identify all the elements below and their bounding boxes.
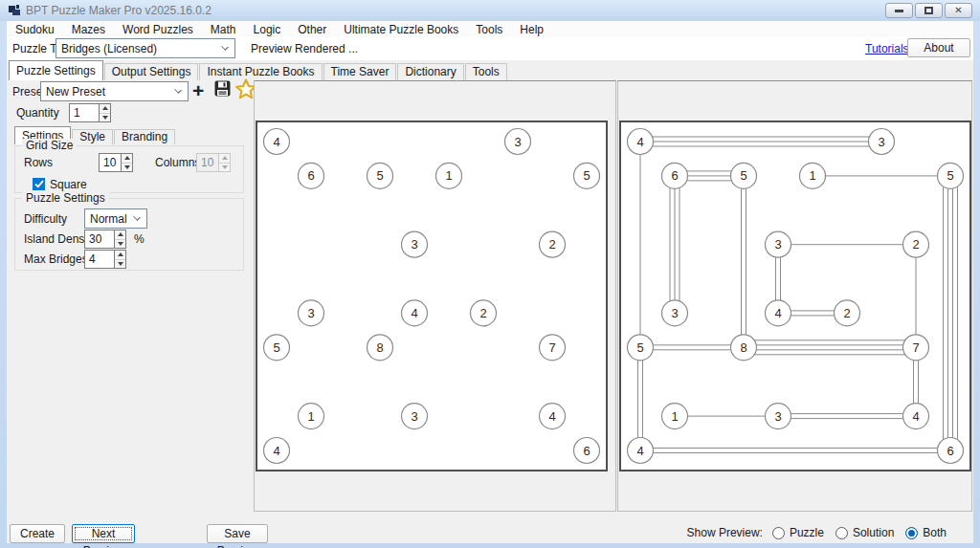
- island-number: 3: [411, 237, 417, 252]
- island-number: 3: [514, 135, 521, 149]
- tab-time-saver[interactable]: Time Saver: [323, 63, 397, 80]
- about-button[interactable]: About: [907, 38, 970, 57]
- settings-sidebar: Preset New Preset + Quantity: [7, 80, 254, 516]
- rows-stepper[interactable]: 10: [99, 153, 133, 172]
- tab-output-settings[interactable]: Output Settings: [104, 63, 199, 80]
- radio-icon[interactable]: [772, 527, 785, 539]
- minimize-button[interactable]: [885, 3, 913, 18]
- menu-item-math[interactable]: Math: [202, 21, 245, 37]
- puzzle-type-value: Bridges (Licensed): [61, 42, 157, 55]
- radio-icon[interactable]: [905, 527, 918, 539]
- chevron-down-icon: [133, 213, 141, 221]
- island-density-up-button[interactable]: [115, 230, 125, 240]
- close-button[interactable]: ✕: [945, 3, 972, 18]
- maximize-button[interactable]: [915, 3, 943, 18]
- island-density-down-button[interactable]: [115, 240, 125, 249]
- radio-label: Solution: [853, 526, 894, 539]
- arrow-up-icon: [124, 156, 130, 160]
- island-number: 5: [740, 168, 746, 183]
- quantity-value[interactable]: 1: [69, 103, 99, 122]
- island-number: 4: [273, 444, 279, 458]
- puzzle-preview: 4365153234258713446: [257, 122, 606, 470]
- save-preview-button[interactable]: Save Preview: [207, 524, 268, 543]
- island-density-stepper[interactable]: 30: [84, 230, 126, 249]
- difficulty-label: Difficulty: [24, 212, 67, 226]
- create-button[interactable]: Create: [10, 524, 65, 543]
- menu-item-other[interactable]: Other: [289, 21, 335, 37]
- arrow-down-icon: [102, 116, 108, 120]
- arrow-up-icon: [102, 106, 108, 110]
- show-preview-option-both[interactable]: Both: [905, 526, 947, 539]
- arrow-up-icon: [118, 232, 123, 236]
- arrow-down-icon: [222, 165, 228, 169]
- menu-item-tools[interactable]: Tools: [467, 21, 511, 37]
- percent-label: %: [134, 232, 145, 246]
- tab-instant-puzzle-books[interactable]: Instant Puzzle Books: [199, 63, 322, 80]
- tab-tools[interactable]: Tools: [465, 63, 507, 80]
- difficulty-value: Normal: [90, 212, 127, 226]
- arrow-up-icon: [118, 252, 123, 256]
- menu-item-sudoku[interactable]: Sudoku: [7, 21, 63, 37]
- island-number: 8: [376, 340, 383, 355]
- island-number: 2: [843, 306, 850, 320]
- island-number: 1: [671, 409, 678, 424]
- rows-down-button[interactable]: [122, 164, 132, 172]
- square-label: Square: [50, 178, 87, 191]
- show-preview-option-solution[interactable]: Solution: [835, 526, 894, 539]
- island-density-value[interactable]: 30: [84, 230, 114, 249]
- island-number: 2: [479, 306, 486, 320]
- max-bridges-down-button[interactable]: [115, 260, 125, 269]
- max-bridges-value[interactable]: 4: [84, 250, 114, 269]
- puzzle-preview-canvas: 4365153234258713446: [256, 121, 608, 471]
- columns-label: Columns: [155, 156, 200, 169]
- solution-preview-panel: 4365153234258713446: [617, 80, 972, 512]
- menu-item-ultimate-puzzle-books[interactable]: Ultimate Puzzle Books: [335, 21, 467, 37]
- menu-item-mazes[interactable]: Mazes: [63, 21, 114, 37]
- chevron-down-icon: [174, 86, 182, 94]
- island-number: 4: [636, 135, 643, 149]
- preset-dropdown[interactable]: New Preset: [40, 81, 189, 101]
- radio-icon[interactable]: [835, 527, 848, 539]
- tab-puzzle-settings[interactable]: Puzzle Settings: [9, 60, 103, 80]
- island-number: 5: [273, 340, 279, 355]
- menu-item-word-puzzles[interactable]: Word Puzzles: [114, 21, 202, 37]
- menu-item-help[interactable]: Help: [511, 21, 552, 37]
- rows-up-button[interactable]: [122, 154, 132, 164]
- show-preview-label: Show Preview:: [687, 526, 763, 539]
- max-bridges-stepper[interactable]: 4: [84, 250, 126, 269]
- subtab-branding[interactable]: Branding: [114, 129, 175, 144]
- quantity-up-button[interactable]: [100, 104, 110, 114]
- island-number: 7: [548, 340, 555, 355]
- show-preview-options: PuzzleSolutionBoth: [772, 526, 947, 539]
- island-number: 4: [774, 306, 781, 320]
- island-number: 4: [912, 409, 919, 424]
- arrow-down-icon: [118, 262, 123, 266]
- show-preview-option-puzzle[interactable]: Puzzle: [772, 526, 824, 539]
- grid-size-title: Grid Size: [22, 139, 77, 152]
- puzzle-type-dropdown[interactable]: Bridges (Licensed): [56, 38, 235, 58]
- square-checkbox[interactable]: [33, 178, 45, 190]
- island-number: 6: [947, 444, 953, 458]
- tutorials-link[interactable]: Tutorials: [865, 42, 909, 55]
- menu-item-logic[interactable]: Logic: [245, 21, 290, 37]
- subtab-style[interactable]: Style: [72, 129, 113, 144]
- island-number: 1: [809, 168, 815, 183]
- close-icon: ✕: [954, 6, 962, 15]
- add-preset-button[interactable]: +: [192, 79, 204, 102]
- difficulty-dropdown[interactable]: Normal: [84, 208, 147, 229]
- island-number: 4: [636, 444, 643, 458]
- quantity-stepper[interactable]: 1: [69, 103, 111, 122]
- island-number: 4: [411, 306, 417, 320]
- save-preset-icon[interactable]: [213, 79, 232, 98]
- arrow-down-icon: [118, 242, 123, 246]
- rows-value[interactable]: 10: [99, 153, 121, 172]
- quantity-down-button[interactable]: [100, 114, 110, 122]
- solution-preview-canvas: 4365153234258713446: [619, 121, 971, 471]
- solution-preview: 4365153234258713446: [621, 122, 969, 470]
- status-text: Preview Rendered ...: [251, 42, 358, 55]
- tab-dictionary[interactable]: Dictionary: [397, 63, 463, 80]
- next-preview-button[interactable]: Next Preview: [72, 524, 135, 543]
- max-bridges-up-button[interactable]: [115, 251, 125, 260]
- max-bridges-label: Max Bridges: [24, 252, 88, 266]
- window-title: BPT Puzzle Maker Pro v2025.16.0.2: [26, 4, 212, 17]
